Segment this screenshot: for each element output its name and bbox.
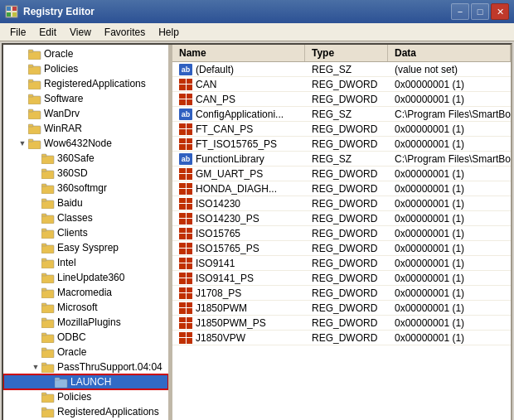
val-name-3: abConfigApplicationi... (172, 108, 305, 121)
value-row-5[interactable]: FT_ISO15765_PSREG_DWORD0x00000001 (1) (172, 137, 511, 152)
tree-item-odbc[interactable]: ODBC (3, 330, 168, 345)
tree-item-classes[interactable]: Classes (3, 210, 168, 225)
tree-item-passthrusupport[interactable]: ▼ PassThruSupport.04:04 (3, 360, 168, 374)
menu-file[interactable]: File (3, 25, 32, 40)
tree-toggle-clients (30, 227, 41, 239)
tree-toggle-passthrusupport[interactable]: ▼ (30, 361, 41, 373)
menu-bar: File Edit View Favorites Help (0, 23, 514, 41)
svg-rect-45 (41, 350, 54, 358)
tree-item-360safe[interactable]: 360Safe (3, 151, 168, 166)
menu-help[interactable]: Help (152, 25, 186, 40)
value-row-7[interactable]: GM_UART_PSREG_DWORD0x00000001 (1) (172, 167, 511, 181)
val-name-text-10: ISO14230_PS (196, 213, 259, 224)
menu-view[interactable]: View (63, 25, 98, 40)
maximize-button[interactable]: □ (471, 3, 489, 20)
folder-icon-policies (28, 63, 41, 75)
tree-label-macromedia: Macromedia (57, 287, 112, 298)
tree-item-microsoft[interactable]: Microsoft (3, 300, 168, 315)
tree-item-registeredapplications2[interactable]: RegisteredApplications (3, 404, 168, 419)
svg-rect-6 (28, 50, 33, 52)
tree-label-360safe: 360Safe (57, 152, 95, 164)
svg-rect-8 (28, 65, 33, 67)
tree-toggle-oracle2 (30, 346, 41, 358)
value-row-14[interactable]: ISO9141_PSREG_DWORD0x00000001 (1) (172, 271, 511, 286)
col-header-data[interactable]: Data (388, 45, 511, 61)
tree-item-launch[interactable]: LAUNCH (3, 374, 168, 389)
tree-item-lineupdate360[interactable]: LineUpdate360 (3, 270, 168, 285)
value-row-18[interactable]: J1850VPWREG_DWORD0x00000001 (1) (172, 331, 511, 345)
value-row-15[interactable]: J1708_PSREG_DWORD0x00000001 (1) (172, 286, 511, 301)
value-row-6[interactable]: abFunctionLibraryREG_SZC:\Program Files\… (172, 152, 511, 167)
value-row-2[interactable]: CAN_PSREG_DWORD0x00000001 (1) (172, 92, 511, 107)
content-area: Oracle Policies RegisteredApplications S… (2, 43, 512, 420)
val-name-text-6: FunctionLibrary (196, 153, 264, 165)
tree-item-mozillaplugins[interactable]: MozillaPlugins (3, 315, 168, 330)
tree-panel[interactable]: Oracle Policies RegisteredApplications S… (3, 45, 169, 420)
tree-label-360sd: 360SD (57, 167, 88, 179)
menu-favorites[interactable]: Favorites (98, 25, 152, 40)
folder-icon-mozillaplugins (41, 316, 55, 328)
window-title: Registry Editor (23, 6, 451, 17)
tree-toggle-360softmgr (30, 182, 41, 194)
value-row-9[interactable]: ISO14230REG_DWORD0x00000001 (1) (172, 196, 511, 211)
tree-item-360sd[interactable]: 360SD (3, 166, 168, 181)
tree-item-winrar[interactable]: WinRAR (3, 121, 168, 136)
tree-label-policies2: Policies (57, 391, 91, 403)
tree-item-clients[interactable]: Clients (3, 225, 168, 240)
tree-item-software[interactable]: Software (3, 91, 168, 106)
tree-toggle-wow6432node[interactable]: ▼ (17, 138, 28, 149)
col-header-type[interactable]: Type (305, 45, 388, 61)
svg-rect-2 (12, 7, 17, 11)
val-data-12: 0x00000001 (1) (388, 242, 511, 255)
svg-rect-49 (55, 379, 67, 388)
folder-icon-registeredapplications (28, 78, 41, 89)
val-name-text-16: J1850PWM (196, 302, 247, 314)
tree-item-intel[interactable]: Intel (3, 255, 168, 270)
value-row-1[interactable]: CANREG_DWORD0x00000001 (1) (172, 77, 511, 92)
tree-item-oracle[interactable]: Oracle (3, 46, 168, 61)
tree-item-360softmgr[interactable]: 360softmgr (3, 181, 168, 196)
tree-item-baidu[interactable]: Baidu (3, 196, 168, 210)
tree-item-wandrv[interactable]: WanDrv (3, 106, 168, 121)
value-row-8[interactable]: HONDA_DIAGH...REG_DWORD0x00000001 (1) (172, 181, 511, 196)
val-name-text-3: ConfigApplicationi... (196, 109, 284, 120)
tree-toggle-intel (30, 257, 41, 268)
tree-item-macromedia[interactable]: Macromedia (3, 285, 168, 300)
col-header-name[interactable]: Name (172, 45, 305, 61)
tree-toggle-policies (17, 63, 28, 75)
value-row-13[interactable]: ISO9141REG_DWORD0x00000001 (1) (172, 256, 511, 271)
value-row-11[interactable]: ISO15765REG_DWORD0x00000001 (1) (172, 226, 511, 241)
val-type-14: REG_DWORD (305, 272, 388, 285)
close-button[interactable]: ✕ (491, 3, 509, 20)
tree-item-oracle2[interactable]: Oracle (3, 345, 168, 360)
icon-grid-9 (179, 198, 192, 210)
tree-label-microsoft: Microsoft (57, 302, 98, 313)
value-row-17[interactable]: J1850PWM_PSREG_DWORD0x00000001 (1) (172, 316, 511, 331)
value-row-4[interactable]: FT_CAN_PSREG_DWORD0x00000001 (1) (172, 122, 511, 137)
values-panel[interactable]: Name Type Data ab(Default)REG_SZ(value n… (172, 45, 511, 420)
tree-item-policies[interactable]: Policies (3, 61, 168, 76)
folder-icon-360sd (41, 167, 55, 179)
tree-item-wow6432node[interactable]: ▼ Wow6432Node (3, 136, 168, 151)
value-row-3[interactable]: abConfigApplicationi...REG_SZC:\Program … (172, 107, 511, 122)
val-data-17: 0x00000001 (1) (388, 316, 511, 330)
val-name-text-15: J1708_PS (196, 287, 241, 299)
val-type-2: REG_DWORD (305, 93, 388, 106)
tree-label-policies: Policies (44, 63, 78, 75)
value-row-12[interactable]: ISO15765_PSREG_DWORD0x00000001 (1) (172, 241, 511, 256)
folder-icon-360softmgr (41, 182, 55, 194)
svg-rect-16 (28, 124, 33, 127)
value-row-10[interactable]: ISO14230_PSREG_DWORD0x00000001 (1) (172, 211, 511, 226)
val-name-text-14: ISO9141_PS (196, 273, 254, 284)
tree-item-policies2[interactable]: Policies (3, 389, 168, 404)
tree-item-easy sysprep[interactable]: Easy Sysprep (3, 240, 168, 255)
minimize-button[interactable]: − (451, 3, 469, 20)
value-row-0[interactable]: ab(Default)REG_SZ(value not set) (172, 62, 511, 77)
menu-edit[interactable]: Edit (32, 25, 63, 40)
tree-toggle-easy sysprep (30, 242, 41, 253)
tree-toggle-360safe (30, 152, 41, 164)
tree-label-winrar: WinRAR (44, 123, 82, 134)
value-row-16[interactable]: J1850PWMREG_DWORD0x00000001 (1) (172, 301, 511, 316)
tree-item-registeredapplications[interactable]: RegisteredApplications (3, 76, 168, 91)
svg-rect-37 (41, 290, 54, 298)
